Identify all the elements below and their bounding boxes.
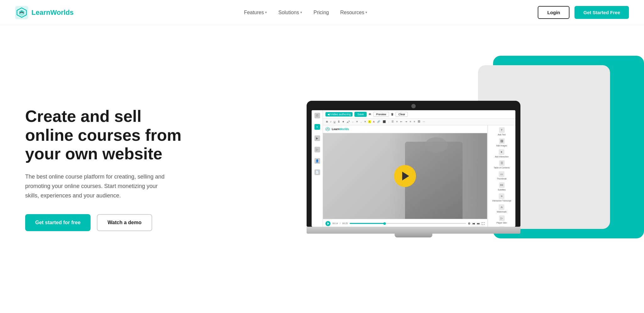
- sidebar-icon-play[interactable]: ▷: [314, 147, 320, 152]
- rp-player-skin[interactable]: ▷ Player Skin: [497, 215, 507, 224]
- rp-list-elements[interactable]: ⊞ List of Added Elements: [491, 226, 512, 227]
- video-header: LearnWorlds: [323, 125, 487, 133]
- vc-play-icon: [327, 222, 329, 225]
- video-container: LearnWorlds: [323, 125, 487, 227]
- sidebar-icon-clock[interactable]: ⏱: [314, 113, 320, 118]
- vc-fullscreen-icon[interactable]: ⛶: [482, 222, 485, 225]
- laptop-screen-outer: ⏱ ≡ ▶ ▷ 👤 📄 ◀ IVideo: [307, 101, 520, 227]
- rp-transcript-icon: ≡: [499, 193, 504, 199]
- hero-subtext: The best online course platform for crea…: [25, 172, 170, 200]
- rp-add-text[interactable]: T Add Text: [498, 127, 506, 136]
- rp-thumbnail[interactable]: ▭ Thumbnail: [497, 171, 506, 180]
- toolbar-eye-icon: 👁: [369, 113, 371, 116]
- app-main: ◀ IVideo authoring Save 👁 Preview 🗑 Clea…: [323, 110, 515, 227]
- fmt-sup[interactable]: Aa: [346, 120, 350, 124]
- laptop-stand: [395, 234, 432, 237]
- app-content: LearnWorlds: [323, 125, 515, 227]
- fmt-highlight[interactable]: A: [368, 120, 371, 123]
- sidebar-icon-media[interactable]: ▶: [314, 135, 320, 141]
- toolbar-preview-button[interactable]: Preview: [373, 112, 389, 117]
- fmt-divider: |: [388, 120, 390, 123]
- hero-watch-demo-button[interactable]: Watch a demo: [97, 214, 152, 231]
- rp-watermark[interactable]: A Watermark: [497, 204, 507, 213]
- fmt-x[interactable]: ✕: [355, 120, 359, 123]
- sidebar-icon-text[interactable]: ≡: [314, 124, 320, 130]
- hero-buttons: Get started for free Watch a demo: [25, 214, 189, 231]
- vc-forward-icon[interactable]: ⏭: [477, 222, 480, 225]
- rp-thumbnail-icon: ▭: [499, 171, 504, 177]
- vc-settings-icon[interactable]: ⚙: [468, 222, 470, 225]
- vc-time-total: 00:25: [342, 222, 348, 225]
- navbar: LearnWorlds Features▾ Solutions▾ Pricing…: [0, 0, 644, 25]
- rp-list-icon: ⊞: [499, 226, 505, 227]
- nav-pricing[interactable]: Pricing: [314, 10, 329, 15]
- laptop-camera: [411, 104, 416, 108]
- app-mockup: ⏱ ≡ ▶ ▷ 👤 📄 ◀ IVideo: [312, 110, 515, 227]
- sidebar-icon-user[interactable]: 👤: [314, 158, 320, 164]
- lw-logo-text-small: LearnWorlds: [332, 128, 349, 131]
- person-head: [425, 137, 448, 153]
- rp-add-images[interactable]: 🖼 Add Images: [496, 138, 507, 147]
- fmt-indent[interactable]: ⇤: [400, 120, 403, 123]
- get-started-button[interactable]: Get Started Free: [575, 6, 629, 19]
- fmt-align-left[interactable]: ⬛: [382, 120, 386, 123]
- toolbar-save-button[interactable]: Save: [354, 112, 367, 117]
- rp-cc-icon: CC: [499, 182, 505, 188]
- rp-images-icon: 🖼: [499, 138, 505, 144]
- rp-player-icon: ▷: [499, 215, 505, 221]
- rp-watermark-icon: A: [499, 204, 504, 210]
- rp-toc-icon: ☰: [499, 160, 505, 166]
- fmt-minus[interactable]: –: [352, 120, 354, 123]
- fmt-align-r[interactable]: ≡: [413, 120, 416, 123]
- fmt-underline[interactable]: U: [333, 120, 336, 123]
- nav-solutions[interactable]: Solutions▾: [278, 10, 302, 15]
- login-button[interactable]: Login: [538, 6, 569, 19]
- play-triangle-icon: [402, 172, 409, 180]
- fmt-list-ol[interactable]: ≡: [396, 120, 398, 123]
- fmt-image[interactable]: 🖼: [417, 120, 421, 123]
- logo[interactable]: LearnWorlds: [15, 6, 74, 19]
- right-panel: T Add Text 🖼 Add Images ✦: [488, 125, 515, 227]
- laptop-screen: ⏱ ≡ ▶ ▷ 👤 📄 ◀ IVideo: [312, 110, 515, 227]
- lw-logo-icon-small: [325, 127, 330, 131]
- fmt-star[interactable]: ★: [341, 120, 345, 123]
- play-button[interactable]: [394, 165, 416, 187]
- nav-features[interactable]: Features▾: [244, 10, 267, 15]
- video-thumbnail[interactable]: [323, 133, 487, 219]
- fmt-list-ul[interactable]: ☰: [391, 120, 394, 123]
- fmt-align-c[interactable]: ≡: [409, 120, 412, 123]
- hero-get-started-button[interactable]: Get started for free: [25, 214, 91, 231]
- nav-resources[interactable]: Resources▾: [340, 10, 367, 15]
- fmt-strikethrough[interactable]: S̶: [337, 120, 340, 123]
- rp-subtitles[interactable]: CC Subtitles: [498, 182, 506, 191]
- fmt-color[interactable]: A: [372, 120, 375, 123]
- rp-table-of-contents[interactable]: ☰ Table of Contents: [494, 160, 510, 169]
- laptop-mockup: ⏱ ≡ ▶ ▷ 👤 📄 ◀ IVideo: [307, 101, 520, 237]
- rp-text-icon: T: [499, 127, 505, 133]
- rp-transcript[interactable]: ≡ Interactive Transcript: [492, 193, 511, 202]
- vc-progress-dot: [383, 222, 386, 225]
- vc-rewind-icon[interactable]: ⏮: [472, 222, 475, 225]
- rp-add-interaction[interactable]: ✦ Add Interaction: [495, 149, 509, 158]
- fmt-x2[interactable]: ✕: [364, 120, 367, 123]
- logo-icon: [15, 6, 28, 19]
- fmt-bold[interactable]: B: [325, 120, 329, 123]
- video-controls: 00:14 / 00:25: [323, 219, 487, 227]
- laptop-base: [307, 227, 520, 234]
- hero-visual: ⏱ ≡ ▶ ▷ 👤 📄 ◀ IVideo: [189, 75, 629, 264]
- vc-time-sep: /: [340, 222, 341, 225]
- fmt-outdent[interactable]: ⇥: [404, 120, 408, 123]
- vc-time-current: 00:14: [332, 222, 338, 225]
- app-sidebar: ⏱ ≡ ▶ ▷ 👤 📄: [312, 110, 323, 227]
- sidebar-icon-file[interactable]: 📄: [314, 169, 320, 175]
- app-toolbar: ◀ IVideo authoring Save 👁 Preview 🗑 Clea…: [323, 110, 515, 119]
- fmt-link[interactable]: 🔗: [376, 120, 381, 123]
- vc-play-button[interactable]: [325, 221, 330, 226]
- fmt-italic[interactable]: I: [330, 120, 332, 123]
- fmt-comma[interactable]: ,: [360, 120, 362, 123]
- hero-section: Create and sell online courses from your…: [0, 25, 644, 313]
- fmt-more[interactable]: ⋯: [422, 120, 426, 123]
- toolbar-back-button[interactable]: ◀ IVideo authoring: [325, 112, 353, 117]
- toolbar-clear-button[interactable]: Clear: [396, 112, 408, 117]
- vc-progress-bar[interactable]: [350, 223, 466, 224]
